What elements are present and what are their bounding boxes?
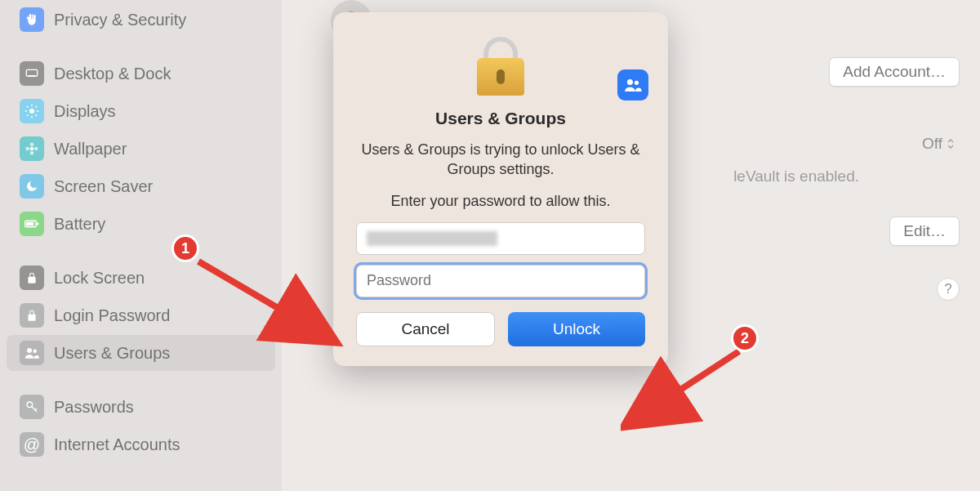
- svg-point-13: [30, 151, 34, 155]
- username-field: [356, 222, 645, 255]
- svg-line-8: [36, 115, 38, 117]
- sidebar-item-privacy-security[interactable]: Privacy & Security: [7, 2, 275, 38]
- sidebar-item-label: Screen Saver: [54, 177, 153, 196]
- sidebar-item-users-groups[interactable]: Users & Groups: [7, 335, 275, 371]
- svg-rect-18: [37, 223, 38, 225]
- svg-line-10: [36, 106, 38, 108]
- users-icon: [20, 341, 44, 365]
- annotation-badge-2: 2: [731, 324, 759, 352]
- password-field[interactable]: [356, 265, 645, 297]
- dialog-prompt: Enter your password to allow this.: [356, 191, 645, 211]
- unlock-button[interactable]: Unlock: [508, 312, 645, 346]
- lock-icon: [20, 266, 44, 290]
- svg-point-21: [27, 348, 32, 353]
- svg-point-2: [29, 109, 34, 114]
- edit-button[interactable]: Edit…: [889, 216, 960, 246]
- dialog-body: Users & Groups is trying to unlock Users…: [356, 140, 645, 180]
- sidebar-item-label: Desktop & Dock: [54, 65, 171, 83]
- sun-icon: [20, 99, 44, 123]
- sidebar-item-label: Users & Groups: [54, 344, 170, 363]
- help-button[interactable]: ?: [937, 278, 960, 301]
- sidebar-item-desktop-dock[interactable]: Desktop & Dock: [7, 56, 275, 92]
- svg-point-11: [30, 147, 34, 151]
- key-icon: [20, 395, 44, 419]
- sidebar-item-label: Displays: [54, 102, 116, 121]
- svg-rect-1: [28, 75, 35, 77]
- unlock-dialog: Users & Groups Users & Groups is trying …: [333, 12, 668, 366]
- sidebar-spacer: [0, 373, 282, 387]
- chevron-up-down-icon: [946, 137, 956, 150]
- dock-icon: [20, 61, 44, 86]
- padlock-icon: [20, 303, 44, 328]
- sidebar-spacer: [0, 39, 282, 54]
- sidebar-item-wallpaper[interactable]: Wallpaper: [7, 131, 275, 167]
- users-icon: [617, 69, 648, 100]
- flower-icon: [20, 136, 44, 161]
- lock-illustration: [356, 37, 645, 96]
- dialog-button-row: Cancel Unlock: [356, 312, 645, 346]
- filevault-off-label: Off: [922, 135, 942, 153]
- at-icon: @: [20, 432, 44, 457]
- sidebar-item-screen-saver[interactable]: Screen Saver: [7, 168, 275, 204]
- sidebar: Privacy & Security Desktop & Dock Displa…: [0, 0, 282, 491]
- svg-point-12: [30, 143, 34, 147]
- sidebar-item-label: Internet Accounts: [54, 435, 180, 454]
- sidebar-item-passwords[interactable]: Passwords: [7, 389, 275, 425]
- svg-rect-19: [28, 277, 35, 283]
- sidebar-item-label: Wallpaper: [54, 140, 127, 158]
- filevault-note: leVault is enabled.: [733, 167, 859, 185]
- svg-point-22: [33, 350, 38, 354]
- moon-icon: [20, 174, 44, 199]
- sidebar-item-label: Login Password: [54, 306, 170, 325]
- svg-rect-17: [26, 222, 33, 226]
- cancel-button[interactable]: Cancel: [356, 312, 495, 346]
- add-account-button[interactable]: Add Account…: [829, 57, 960, 87]
- sidebar-item-displays[interactable]: Displays: [7, 93, 275, 129]
- svg-line-7: [27, 106, 29, 108]
- sidebar-item-login-password[interactable]: Login Password: [7, 297, 275, 333]
- svg-point-15: [34, 147, 38, 151]
- password-input[interactable]: [367, 272, 635, 289]
- sidebar-item-label: Passwords: [54, 398, 134, 417]
- battery-icon: [20, 212, 44, 236]
- hand-icon: [20, 7, 44, 32]
- sidebar-item-battery[interactable]: Battery: [7, 206, 275, 242]
- sidebar-item-internet-accounts[interactable]: @ Internet Accounts: [7, 426, 275, 462]
- svg-point-25: [627, 79, 633, 85]
- svg-rect-20: [28, 315, 35, 321]
- dialog-title: Users & Groups: [356, 109, 645, 128]
- annotation-badge-1: 1: [172, 234, 199, 262]
- svg-point-26: [635, 81, 639, 85]
- svg-line-9: [27, 115, 29, 117]
- sidebar-item-label: Battery: [54, 215, 105, 234]
- svg-point-14: [26, 147, 30, 151]
- sidebar-item-lock-screen[interactable]: Lock Screen: [7, 260, 275, 296]
- sidebar-spacer: [0, 243, 282, 258]
- redacted-username: [367, 231, 497, 246]
- sidebar-item-label: Privacy & Security: [54, 11, 186, 29]
- sidebar-item-label: Lock Screen: [54, 269, 145, 288]
